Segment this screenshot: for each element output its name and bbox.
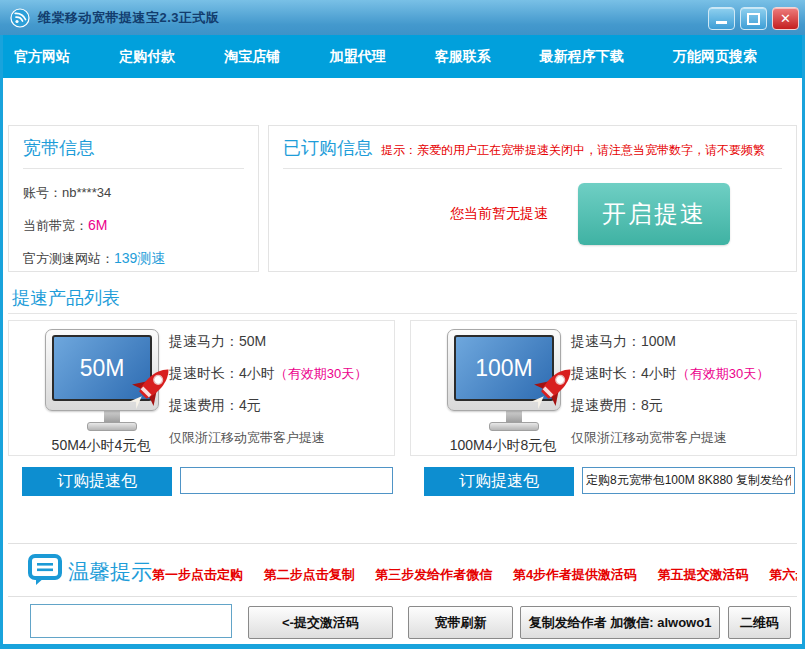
order-code-input-100m[interactable] [582, 467, 795, 494]
nav-item-latest-download[interactable]: 最新程序下载 [540, 48, 624, 66]
monitor-icon: 100M [447, 329, 561, 411]
tips-step-5: 第五提交激活码 [658, 567, 749, 582]
nav-item-taobao-shop[interactable]: 淘宝店铺 [224, 48, 280, 66]
tips-step-6: 第六步开启提速 [769, 567, 797, 582]
bandwidth-label: 当前带宽： [23, 218, 88, 233]
ordered-info-panel: 已订购信息 提示：亲爱的用户正在宽带提速关闭中，请注意当宽带数字，请不要频繁 您… [268, 125, 797, 272]
nav-item-order-payment[interactable]: 定购付款 [119, 48, 175, 66]
broadband-info-title: 宽带信息 [23, 136, 244, 160]
tips-title: 温馨提示 [68, 558, 152, 586]
rocket-icon [524, 358, 582, 416]
monitor-base [489, 422, 539, 431]
bandwidth-row: 当前带宽：6M [23, 217, 244, 235]
maximize-icon [747, 13, 760, 25]
tips-step-4: 第4步作者提供激活码 [513, 567, 637, 582]
product-card-100m: 100M 100M4小时8元包 提速马力：100M [410, 320, 797, 456]
nav-item-official-site[interactable]: 官方网站 [14, 48, 70, 66]
minimize-icon [716, 21, 727, 24]
validity-text: （有效期30天） [677, 366, 769, 381]
account-row: 账号：nb****34 [23, 184, 244, 202]
product-caption: 50M4小时4元包 [37, 437, 165, 455]
maximize-button[interactable] [740, 7, 767, 30]
divider [8, 543, 797, 544]
tips-step-2: 第二步点击复制 [264, 567, 355, 582]
window-controls: ✕ [708, 7, 799, 30]
copy-to-author-button[interactable]: 复制发给作者 加微信: alwowo1 [520, 606, 720, 639]
tips-step-3: 第三步发给作者微信 [375, 567, 492, 582]
duration-text: 提速时长：4小时 [169, 365, 275, 381]
divider [8, 313, 797, 314]
tips-steps: 第一步点击定购 第二步点击复制 第三步发给作者微信 第4步作者提供激活码 第五提… [152, 566, 797, 584]
nav-item-join-agent[interactable]: 加盟代理 [329, 48, 385, 66]
duration-text: 提速时长：4小时 [571, 365, 677, 381]
validity-text: （有效期30天） [275, 366, 367, 381]
power-row: 提速马力：100M [571, 333, 769, 351]
speedtest-row: 官方测速网站：139测速 [23, 250, 244, 268]
bandwidth-value: 6M [88, 217, 107, 233]
limit-row: 仅限浙江移动宽带客户提速 [571, 429, 769, 447]
broadband-refresh-button[interactable]: 宽带刷新 [408, 606, 513, 639]
start-boost-button[interactable]: 开启提速 [578, 183, 730, 245]
ordered-info-header: 已订购信息 提示：亲爱的用户正在宽带提速关闭中，请注意当宽带数字，请不要频繁 [283, 136, 782, 160]
monitor-base [87, 422, 137, 431]
product-monitor-50m: 50M 50M4小时4元包 [37, 329, 187, 455]
close-button[interactable]: ✕ [772, 7, 799, 30]
limit-row: 仅限浙江移动宽带客户提速 [169, 429, 367, 447]
speedtest-link[interactable]: 139测速 [114, 250, 165, 266]
speedtest-label: 官方测速网站： [23, 251, 114, 266]
main-nav: 官方网站 定购付款 淘宝店铺 加盟代理 客服联系 最新程序下载 万能网页搜索 [0, 35, 805, 78]
title-bar: 维棠移动宽带提速宝2.3正式版 ✕ [0, 0, 805, 35]
duration-row: 提速时长：4小时（有效期30天） [169, 365, 367, 383]
product-monitor-100m: 100M 100M4小时8元包 [439, 329, 589, 455]
ordered-info-title: 已订购信息 [283, 136, 373, 160]
close-icon: ✕ [780, 11, 791, 26]
nav-item-web-search[interactable]: 万能网页搜索 [673, 48, 757, 66]
duration-row: 提速时长：4小时（有效期30天） [571, 365, 769, 383]
speech-bubble-icon [28, 554, 62, 586]
products-section-title: 提速产品列表 [12, 286, 120, 310]
divider [8, 596, 797, 597]
monitor-stand [506, 411, 522, 422]
monitor-stand [104, 411, 120, 422]
product-card-50m: 50M 50M4小时4元包 提速马力：50M 提 [8, 320, 395, 456]
boost-status-text: 您当前暂无提速 [450, 205, 548, 223]
nav-item-customer-service[interactable]: 客服联系 [435, 48, 491, 66]
rocket-icon [122, 358, 180, 416]
minimize-button[interactable] [708, 7, 735, 30]
window-bottom-border [0, 644, 805, 649]
qr-code-button[interactable]: 二维码 [728, 606, 791, 639]
window-title: 维棠移动宽带提速宝2.3正式版 [38, 9, 220, 27]
product-caption: 100M4小时8元包 [439, 437, 567, 455]
activation-code-input[interactable] [30, 604, 232, 638]
fee-row: 提速费用：4元 [169, 397, 367, 415]
order-package-button-50m[interactable]: 订购提速包 [22, 467, 172, 496]
ordered-info-body: 您当前暂无提速 开启提速 [283, 169, 782, 245]
ordered-info-tip: 提示：亲爱的用户正在宽带提速关闭中，请注意当宽带数字，请不要频繁 [381, 142, 765, 159]
submit-activation-button[interactable]: <-提交激活码 [248, 606, 393, 639]
divider [23, 168, 244, 169]
window-left-border [0, 35, 3, 649]
fee-row: 提速费用：8元 [571, 397, 769, 415]
app-window: 维棠移动宽带提速宝2.3正式版 ✕ 官方网站 定购付款 淘宝店铺 加盟代理 客服… [0, 0, 805, 649]
monitor-icon: 50M [45, 329, 159, 411]
order-package-button-100m[interactable]: 订购提速包 [424, 467, 574, 496]
app-logo-icon [10, 8, 30, 28]
tips-step-1: 第一步点击定购 [152, 567, 243, 582]
power-row: 提速马力：50M [169, 333, 367, 351]
product-details-100m: 提速马力：100M 提速时长：4小时（有效期30天） 提速费用：8元 仅限浙江移… [571, 333, 769, 461]
broadband-info-panel: 宽带信息 账号：nb****34 当前带宽：6M 官方测速网站：139测速 [8, 125, 259, 272]
product-details-50m: 提速马力：50M 提速时长：4小时（有效期30天） 提速费用：4元 仅限浙江移动… [169, 333, 367, 461]
order-code-input-50m[interactable] [180, 467, 393, 494]
